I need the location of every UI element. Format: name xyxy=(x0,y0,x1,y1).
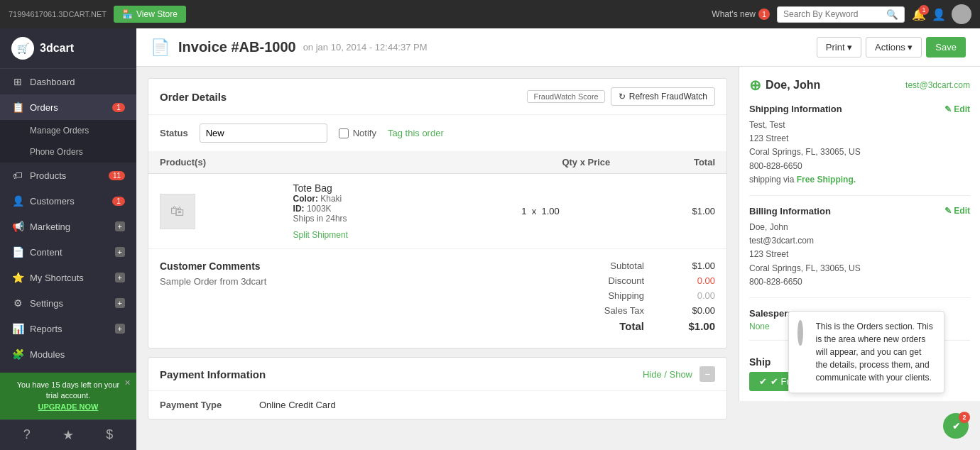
qty-price-col-header: Qty x Price xyxy=(459,151,622,174)
notify-label: Notify xyxy=(353,128,376,138)
upgrade-now-link[interactable]: UPGRADE NOW xyxy=(38,402,99,411)
sidebar-label-orders: Orders xyxy=(30,102,107,113)
upgrade-close-icon[interactable]: ✕ xyxy=(124,378,131,388)
logo-icon: 🛒 xyxy=(11,37,34,60)
comments-section: Customer Comments Sample Order from 3dca… xyxy=(148,249,576,348)
content-area: 📄 Invoice #AB-1000 on jan 10, 2014 - 12:… xyxy=(136,28,980,450)
payment-actions: Hide / Show − xyxy=(643,366,715,382)
sidebar-item-customers[interactable]: 👤 Customers 1 xyxy=(0,188,136,214)
save-button[interactable]: Save xyxy=(926,37,966,57)
invoice-date: on jan 10, 2014 - 12:44:37 PM xyxy=(303,42,428,53)
customer-header: ⊕ Doe, John test@3dcart.com xyxy=(749,77,970,94)
payment-header: Payment Information Hide / Show − xyxy=(148,358,726,391)
sidebar-label-customers: Customers xyxy=(30,196,107,207)
tooltip-text: This is the Orders section. This is the … xyxy=(816,320,935,384)
products-table: Product(s) Qty x Price Total 🛍 xyxy=(148,151,726,249)
product-img-cell: 🛍 xyxy=(148,174,282,249)
hide-show-link[interactable]: Hide / Show xyxy=(643,369,692,380)
status-select[interactable]: New xyxy=(200,124,327,143)
shipping-edit-link[interactable]: ✎ Edit xyxy=(944,104,970,114)
product-qty-price-cell: 1 x 1.00 xyxy=(459,174,622,249)
sidebar-item-settings[interactable]: ⚙ Settings + xyxy=(0,290,136,316)
sidebar-item-products[interactable]: 🏷 Products 11 xyxy=(0,163,136,188)
sidebar-item-reports[interactable]: 📊 Reports + xyxy=(0,316,136,341)
shipping-method: shipping via Free Shipping. xyxy=(749,173,970,187)
marketing-badge: + xyxy=(115,221,125,231)
view-store-button[interactable]: 🏪 View Store xyxy=(114,6,186,23)
content-side-wrapper: ⊕ Doe, John test@3dcart.com Shipping Inf… xyxy=(739,67,980,450)
customer-name: ⊕ Doe, John xyxy=(749,77,820,94)
payment-type-label: Payment Type xyxy=(160,400,245,410)
order-details-header: Order Details FraudWatch Score ↻ Refresh… xyxy=(148,79,726,115)
sidebar-item-orders[interactable]: 📋 Orders 1 xyxy=(0,94,136,120)
sidebar-label-reports: Reports xyxy=(30,324,109,334)
sidebar: 🛒 3dcart ⊞ Dashboard 📋 Orders 1 Manage O… xyxy=(0,28,136,450)
sidebar-label-shortcuts: My Shortcuts xyxy=(30,273,109,283)
payment-body: Payment Type Online Credit Card xyxy=(148,391,726,419)
modules-icon: 🧩 xyxy=(11,349,24,360)
product-total-cell: $1.00 xyxy=(621,174,726,249)
order-details-title: Order Details xyxy=(160,91,227,103)
billing-city-state: Coral Springs, FL, 33065, US xyxy=(749,262,970,275)
refresh-icon: ↻ xyxy=(619,92,626,101)
add-customer-icon[interactable]: ⊕ xyxy=(749,77,761,94)
notify-checkbox[interactable] xyxy=(339,128,349,138)
total-col-header: Total xyxy=(621,151,726,174)
avatar[interactable] xyxy=(952,4,971,24)
billing-edit-link[interactable]: ✎ Edit xyxy=(944,206,970,216)
invoice-title: Invoice #AB-1000 xyxy=(178,39,296,55)
upgrade-text: You have 15 days left on your trial acco… xyxy=(11,380,125,412)
summary-total-row: Total $1.00 xyxy=(587,320,715,332)
free-shipping-label: Free Shipping. xyxy=(797,175,856,185)
tag-order-link[interactable]: Tag this order xyxy=(388,128,444,138)
orders-icon: 📋 xyxy=(11,101,24,113)
products-icon: 🏷 xyxy=(11,170,24,181)
print-button[interactable]: Print ▾ xyxy=(817,37,861,57)
payment-type-value: Online Credit Card xyxy=(259,400,336,410)
star-icon[interactable]: ★ xyxy=(62,427,74,443)
sidebar-item-phone-orders[interactable]: Phone Orders xyxy=(0,141,136,163)
dollar-icon[interactable]: $ xyxy=(106,427,113,443)
refresh-fraudwatch-button[interactable]: ↻ Refresh FraudWatch xyxy=(611,87,715,106)
billing-address: 123 Street xyxy=(749,248,970,261)
user-icon[interactable]: 👤 xyxy=(932,8,946,21)
sidebar-item-modules[interactable]: 🧩 Modules xyxy=(0,341,136,367)
payment-type-row: Payment Type Online Credit Card xyxy=(160,400,715,410)
sidebar-item-marketing[interactable]: 📢 Marketing + xyxy=(0,214,136,239)
shipping-label: Shipping xyxy=(587,290,644,301)
tooltip-overlay: This is the Orders section. This is the … xyxy=(788,311,944,393)
topbar: 71994617061.3DCART.NET 🏪 View Store What… xyxy=(0,0,980,28)
search-button[interactable]: 🔍 xyxy=(886,9,898,20)
sidebar-item-manage-orders[interactable]: Manage Orders xyxy=(0,120,136,141)
sidebar-label-modules: Modules xyxy=(30,349,125,360)
sidebar-item-content[interactable]: 📄 Content + xyxy=(0,239,136,265)
sidebar-bottom: ? ★ $ xyxy=(0,419,136,450)
collapse-payment-button[interactable]: − xyxy=(699,366,715,382)
product-ships: Ships in 24hrs xyxy=(293,214,448,224)
topbar-icons: 🔔 1 👤 xyxy=(912,4,971,24)
shipping-value: 0.00 xyxy=(673,290,715,301)
discount-value: 0.00 xyxy=(673,275,715,286)
sidebar-item-my-shortcuts[interactable]: ⭐ My Shortcuts + xyxy=(0,265,136,290)
circle-badge-button[interactable]: ✔ 2 xyxy=(943,413,969,439)
notify-area: Notify xyxy=(339,128,376,138)
circle-badge-count: 2 xyxy=(959,412,970,423)
sidebar-item-dashboard[interactable]: ⊞ Dashboard xyxy=(0,69,136,94)
settings-badge: + xyxy=(115,298,125,308)
sidebar-label-dashboard: Dashboard xyxy=(30,77,125,87)
notification-bell-icon[interactable]: 🔔 1 xyxy=(912,8,926,21)
sidebar-label-products: Products xyxy=(30,170,103,181)
sidebar-label-settings: Settings xyxy=(30,298,109,309)
search-input[interactable] xyxy=(783,9,886,19)
payment-section: Payment Information Hide / Show − Paymen… xyxy=(148,357,727,419)
split-shipment-link[interactable]: Split Shipment xyxy=(293,230,348,240)
shipping-info-title: Shipping Information ✎ Edit xyxy=(749,104,970,114)
summary-shipping-row: Shipping 0.00 xyxy=(587,290,715,301)
help-icon[interactable]: ? xyxy=(23,427,31,443)
whats-new-link[interactable]: What's new 1 xyxy=(712,9,770,20)
shipping-city-state: Coral Springs, FL, 33065, US xyxy=(749,146,970,159)
customer-email[interactable]: test@3dcart.com xyxy=(905,80,970,90)
actions-button[interactable]: Actions ▾ xyxy=(866,37,922,57)
content-badge: + xyxy=(115,247,125,257)
marketing-icon: 📢 xyxy=(11,221,24,232)
